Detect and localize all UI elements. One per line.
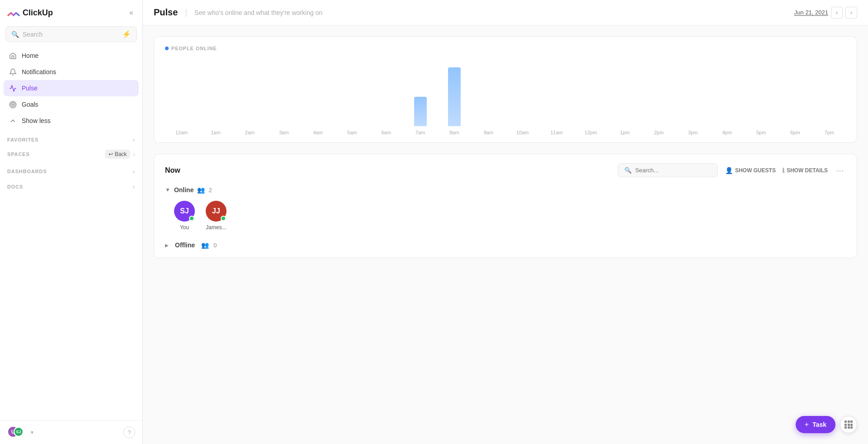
chart-bar-wrap — [267, 67, 300, 126]
chart-label: 1pm — [608, 130, 641, 135]
target-icon — [8, 100, 17, 109]
more-options-button[interactable]: ⋯ — [834, 165, 846, 175]
dashboards-section[interactable]: DASHBOARDS › — [0, 162, 142, 178]
now-search-input[interactable] — [635, 167, 711, 174]
user-avatar-wrapper-james: JJ — [206, 201, 226, 222]
dashboards-chevron-icon: › — [132, 168, 135, 175]
now-search-container[interactable]: 🔍 — [618, 163, 718, 177]
show-guests-label: SHOW GUESTS — [735, 167, 776, 174]
now-header: Now 🔍 👤 SHOW GUESTS ℹ SHOW DETAILS ⋯ — [165, 163, 846, 177]
prev-date-button[interactable]: ‹ — [831, 7, 843, 19]
grid-view-button[interactable] — [840, 416, 857, 433]
sidebar-item-show-less[interactable]: Show less — [4, 113, 139, 129]
chart-bar-wrap — [574, 67, 607, 126]
main-content: Pulse | See who's online and what they'r… — [143, 0, 868, 444]
chart-bar-wrap — [302, 67, 335, 126]
chart-bar-wrap — [608, 67, 641, 126]
sidebar-collapse-button[interactable]: « — [127, 7, 135, 19]
pulse-icon — [8, 84, 17, 93]
sidebar-item-pulse[interactable]: Pulse — [4, 80, 139, 96]
chart-bar-wrap — [233, 67, 266, 126]
offline-chevron-icon: ▶ — [165, 243, 169, 248]
guests-icon: 👤 — [725, 167, 733, 174]
online-group-header[interactable]: ▼ Online 👥 2 — [165, 186, 846, 194]
home-icon — [8, 51, 17, 60]
chart-legend: PEOPLE ONLINE — [165, 46, 846, 51]
chevron-up-icon — [8, 116, 17, 125]
add-task-label: Task — [812, 421, 826, 428]
chart-bar-wrap — [676, 67, 709, 126]
help-button[interactable]: ? — [123, 426, 135, 438]
docs-section[interactable]: DOCS › — [0, 178, 142, 193]
favorites-label: FAVORITES — [7, 137, 38, 142]
sidebar-item-goals-label: Goals — [22, 101, 38, 108]
chart-card: PEOPLE ONLINE 12am1am2am3am4am5am6am7am8… — [154, 36, 857, 143]
show-details-button[interactable]: ℹ SHOW DETAILS — [782, 167, 828, 174]
sidebar-item-notifications[interactable]: Notifications — [4, 64, 139, 80]
add-task-button[interactable]: + Task — [796, 416, 835, 433]
chart-bar — [414, 97, 427, 126]
chart-bar-wrap — [711, 67, 744, 126]
lightning-button[interactable]: ⚡ — [122, 30, 131, 38]
main-header: Pulse | See who's online and what they'r… — [143, 0, 868, 25]
online-indicator-you — [189, 216, 194, 221]
user-card-james[interactable]: JJ James... — [206, 201, 226, 231]
main-body: PEOPLE ONLINE 12am1am2am3am4am5am6am7am8… — [143, 25, 868, 444]
chart-bar-wrap — [745, 67, 778, 126]
search-placeholder-text: Search — [23, 31, 118, 38]
fab-area: + Task — [796, 416, 857, 433]
sidebar-item-home[interactable]: Home — [4, 47, 139, 64]
user-name-you: You — [180, 224, 189, 231]
chart-area — [165, 58, 846, 126]
user-card-you[interactable]: SJ You — [174, 201, 195, 231]
sidebar-header: ClickUp « — [0, 0, 142, 23]
sidebar-item-notifications-label: Notifications — [22, 68, 56, 76]
header-divider: | — [185, 8, 187, 17]
online-users-row: SJ You JJ James... — [165, 201, 846, 231]
chart-bar-wrap — [369, 67, 402, 126]
logo[interactable]: ClickUp — [7, 6, 53, 19]
spaces-expand-icon: › — [133, 151, 135, 158]
offline-count-icon: 👥 — [201, 241, 209, 249]
docs-chevron-icon: › — [132, 183, 135, 190]
favorites-section[interactable]: FAVORITES › — [0, 131, 142, 146]
favorites-chevron-icon: › — [132, 136, 135, 143]
header-right: Jun 21, 2021 ‹ › — [794, 7, 857, 19]
search-bar[interactable]: 🔍 Search ⚡ — [5, 26, 137, 42]
sidebar-bottom: U SJ ▼ ? — [0, 420, 142, 444]
chart-bar-wrap — [404, 67, 437, 126]
chart-bar-wrap — [165, 67, 198, 126]
add-task-icon: + — [805, 420, 809, 429]
show-guests-button[interactable]: 👤 SHOW GUESTS — [725, 167, 776, 174]
chart-label: 2am — [233, 130, 266, 135]
sidebar-item-pulse-label: Pulse — [22, 85, 38, 92]
chart-bar — [448, 67, 461, 126]
chart-label: 3am — [267, 130, 300, 135]
chart-labels: 12am1am2am3am4am5am6am7am8am9am10am11am1… — [165, 130, 846, 135]
offline-group-header[interactable]: ▶ Offline 👥 0 — [165, 241, 846, 249]
show-details-label: SHOW DETAILS — [787, 167, 828, 174]
now-actions: 👤 SHOW GUESTS ℹ SHOW DETAILS ⋯ — [725, 165, 846, 175]
page-title: Pulse — [154, 7, 178, 18]
nav-items: Home Notifications Pulse Goals — [0, 46, 142, 131]
chart-bar-wrap — [335, 67, 368, 126]
back-arrow-icon: ↩ — [108, 151, 113, 157]
next-date-button[interactable]: › — [845, 7, 857, 19]
user-chevron-icon: ▼ — [30, 430, 34, 435]
chart-bar-wrap — [438, 67, 471, 126]
offline-count: 0 — [213, 242, 217, 249]
chart-label: 2pm — [642, 130, 675, 135]
sidebar: ClickUp « 🔍 Search ⚡ Home Notifications — [0, 0, 143, 444]
avatar-sj: SJ — [14, 427, 24, 437]
online-chevron-icon: ▼ — [165, 187, 170, 193]
chart-label: 3pm — [676, 130, 709, 135]
spaces-label: SPACES — [7, 151, 30, 157]
chart-label: 7pm — [813, 130, 846, 135]
dashboards-label: DASHBOARDS — [7, 169, 47, 174]
chart-bar-wrap — [506, 67, 539, 126]
chart-label: 1am — [199, 130, 232, 135]
sidebar-item-goals[interactable]: Goals — [4, 96, 139, 113]
online-indicator-james — [221, 216, 226, 221]
back-button[interactable]: ↩ Back — [105, 150, 131, 159]
user-avatars[interactable]: U SJ — [7, 426, 25, 439]
